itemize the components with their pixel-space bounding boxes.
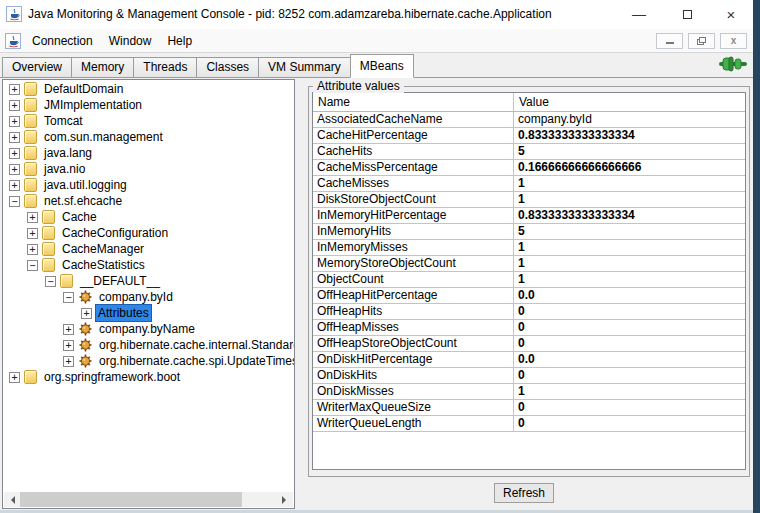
close-button[interactable]: × <box>716 0 746 29</box>
tree-item-label[interactable]: org.hibernate.cache.internal.StandardQue <box>97 337 294 353</box>
expand-icon[interactable]: + <box>63 356 74 367</box>
frame-minimize-button[interactable] <box>656 33 683 49</box>
table-row[interactable]: ObjectCount1 <box>313 272 745 288</box>
collapse-icon[interactable]: − <box>9 196 20 207</box>
table-row[interactable]: MemoryStoreObjectCount1 <box>313 256 745 272</box>
table-row[interactable]: OnDiskHits0 <box>313 368 745 384</box>
expand-icon[interactable]: + <box>9 148 20 159</box>
table-row[interactable]: OffHeapMisses0 <box>313 320 745 336</box>
table-row[interactable]: InMemoryHits5 <box>313 224 745 240</box>
tree-item-label[interactable]: CacheManager <box>60 241 146 257</box>
tree-item-label[interactable]: Tomcat <box>42 113 85 129</box>
tree-item-label[interactable]: com.sun.management <box>42 129 165 145</box>
table-row[interactable]: OffHeapHitPercentage0.0 <box>313 288 745 304</box>
tree-item[interactable]: +java.nio <box>3 161 294 177</box>
tree-item-label[interactable]: Cache <box>60 209 99 225</box>
tree-item[interactable]: +com.sun.management <box>3 129 294 145</box>
tree-item[interactable]: +company.byName <box>3 321 294 337</box>
expand-icon[interactable]: + <box>9 84 20 95</box>
expand-icon[interactable]: + <box>27 228 38 239</box>
expand-icon[interactable]: + <box>9 100 20 111</box>
expand-icon[interactable]: + <box>9 180 20 191</box>
tree-item-label[interactable]: CacheConfiguration <box>60 225 170 241</box>
tree-item-label[interactable]: company.byId <box>97 289 175 305</box>
menu-item-help[interactable]: Help <box>159 29 200 53</box>
tab-threads[interactable]: Threads <box>133 57 197 77</box>
tree-item[interactable]: +java.util.logging <box>3 177 294 193</box>
expand-icon[interactable]: + <box>9 372 20 383</box>
tab-mbeans[interactable]: MBeans <box>350 54 414 78</box>
tab-overview[interactable]: Overview <box>2 57 72 77</box>
table-row[interactable]: AssociatedCacheNamecompany.byId <box>313 112 745 128</box>
tree-item-label[interactable]: java.lang <box>42 145 94 161</box>
expand-icon[interactable]: + <box>63 340 74 351</box>
maximize-button[interactable] <box>672 0 702 29</box>
table-row[interactable]: CacheHitPercentage0.8333333333333334 <box>313 128 745 144</box>
table-row[interactable]: OffHeapStoreObjectCount0 <box>313 336 745 352</box>
scroll-left-arrow-icon[interactable] <box>4 492 20 507</box>
tree-item[interactable]: +org.hibernate.cache.spi.UpdateTimestamp <box>3 353 294 369</box>
tab-vm-summary[interactable]: VM Summary <box>258 57 351 77</box>
tree-item-label[interactable]: java.util.logging <box>42 177 129 193</box>
column-header-value[interactable]: Value <box>514 93 745 111</box>
table-row[interactable]: CacheHits5 <box>313 144 745 160</box>
refresh-button[interactable]: Refresh <box>494 483 554 503</box>
tree-item-label[interactable]: org.hibernate.cache.spi.UpdateTimestamp <box>97 353 294 369</box>
tree-item-label[interactable]: java.nio <box>42 161 87 177</box>
tree-item-label[interactable]: org.springframework.boot <box>42 369 182 385</box>
tree-horizontal-scrollbar[interactable] <box>4 492 293 507</box>
tree-item[interactable]: +CacheManager <box>3 241 294 257</box>
table-row[interactable]: WriterQueueLength0 <box>313 416 745 432</box>
tree-item[interactable]: −company.byId <box>3 289 294 305</box>
tree-item[interactable]: −net.sf.ehcache <box>3 193 294 209</box>
column-header-name[interactable]: Name <box>313 93 514 111</box>
collapse-icon[interactable]: − <box>63 292 74 303</box>
scroll-right-arrow-icon[interactable] <box>277 492 293 507</box>
expand-icon[interactable]: + <box>9 116 20 127</box>
tree-item[interactable]: +java.lang <box>3 145 294 161</box>
table-row[interactable]: WriterMaxQueueSize0 <box>313 400 745 416</box>
tree-item-label[interactable]: Attributes <box>96 305 151 321</box>
scrollbar-thumb[interactable] <box>20 492 242 507</box>
table-row[interactable]: DiskStoreObjectCount1 <box>313 192 745 208</box>
expand-icon[interactable]: + <box>9 132 20 143</box>
expand-icon[interactable]: + <box>81 308 92 319</box>
tree-item[interactable]: −__DEFAULT__ <box>3 273 294 289</box>
table-row[interactable]: OnDiskHitPercentage0.0 <box>313 352 745 368</box>
tree-item[interactable]: −CacheStatistics <box>3 257 294 273</box>
tree-item-label[interactable]: __DEFAULT__ <box>78 273 162 289</box>
table-row[interactable]: OffHeapHits0 <box>313 304 745 320</box>
tree-item[interactable]: +Cache <box>3 209 294 225</box>
table-row[interactable]: InMemoryMisses1 <box>313 240 745 256</box>
tree-item-label[interactable]: net.sf.ehcache <box>42 193 124 209</box>
tree-item[interactable]: +DefaultDomain <box>3 81 294 97</box>
expand-icon[interactable]: + <box>9 164 20 175</box>
tab-memory[interactable]: Memory <box>71 57 134 77</box>
menu-item-connection[interactable]: Connection <box>24 29 101 53</box>
tree-item-label[interactable]: company.byName <box>97 321 197 337</box>
tree-item-label[interactable]: JMImplementation <box>42 97 144 113</box>
tree-item[interactable]: +CacheConfiguration <box>3 225 294 241</box>
minimize-button[interactable]: — <box>624 0 654 29</box>
tab-classes[interactable]: Classes <box>196 57 259 77</box>
tree-item[interactable]: +org.hibernate.cache.internal.StandardQu… <box>3 337 294 353</box>
table-row[interactable]: CacheMisses1 <box>313 176 745 192</box>
table-row[interactable]: OnDiskMisses1 <box>313 384 745 400</box>
expand-icon[interactable]: + <box>27 244 38 255</box>
tree-item[interactable]: +org.springframework.boot <box>3 369 294 385</box>
expand-icon[interactable]: + <box>27 212 38 223</box>
connection-status-icon[interactable] <box>718 56 748 75</box>
frame-restore-button[interactable] <box>688 33 715 49</box>
frame-close-button[interactable]: x <box>720 33 747 49</box>
table-row[interactable]: CacheMissPercentage0.16666666666666666 <box>313 160 745 176</box>
expand-icon[interactable]: + <box>63 324 74 335</box>
menu-item-window[interactable]: Window <box>101 29 160 53</box>
collapse-icon[interactable]: − <box>45 276 56 287</box>
tree-item-label[interactable]: CacheStatistics <box>60 257 147 273</box>
tree-item[interactable]: +Tomcat <box>3 113 294 129</box>
tree-item[interactable]: +Attributes <box>3 305 294 321</box>
collapse-icon[interactable]: − <box>27 260 38 271</box>
tree-item-label[interactable]: DefaultDomain <box>42 81 125 97</box>
tree-item[interactable]: +JMImplementation <box>3 97 294 113</box>
table-row[interactable]: InMemoryHitPercentage0.8333333333333334 <box>313 208 745 224</box>
